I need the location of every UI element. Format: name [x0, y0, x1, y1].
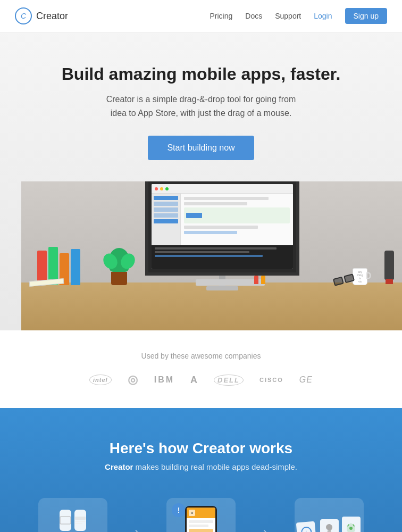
how-title: Here's how Creator works: [21, 440, 381, 457]
logo[interactable]: C Creator: [15, 7, 68, 24]
step-export: i ionic IPA: [278, 498, 381, 532]
logo-adobe: A: [190, 375, 198, 386]
login-link[interactable]: Login: [314, 12, 332, 20]
step3-icon: i ionic IPA: [295, 498, 364, 532]
water-bottle: [384, 251, 394, 285]
arrow-2: ›: [263, 525, 267, 532]
logo-ge: GE: [299, 375, 313, 385]
hero-subtitle: Creator is a simple drag-&-drop tool for…: [95, 93, 307, 120]
navbar: C Creator Pricing Docs Support Login Sig…: [0, 0, 402, 32]
step1-icon: ↗: [38, 498, 107, 532]
logo-letter: C: [21, 12, 26, 20]
desk-plant: [109, 248, 129, 285]
logo-dell: DELL: [214, 375, 244, 386]
hero-section: Build amazing mobile apps, faster. Creat…: [0, 32, 402, 330]
hero-cta-button[interactable]: Start building now: [148, 136, 254, 160]
how-subtitle: Creator makes building real mobile apps …: [21, 462, 381, 471]
lego-figures: [254, 276, 265, 284]
companies-heading: Used by these awesome companies: [11, 352, 391, 360]
svg-point-8: [349, 527, 353, 530]
step2-icon: ≡ ! ? ↩: [166, 498, 236, 532]
logo-name: Creator: [36, 11, 68, 22]
svg-rect-3: [75, 523, 82, 524]
companies-section: Used by these awesome companies intel ◎ …: [0, 330, 402, 408]
nav-links: Pricing Docs Support Login Sign up: [210, 8, 388, 24]
how-steps: ↗ Drag and drop components Visually buil…: [21, 498, 381, 532]
desk-mug: anythingisvis: [353, 268, 367, 285]
nav-pricing[interactable]: Pricing: [210, 12, 233, 20]
logo-cisco: CISCO: [259, 377, 283, 383]
signup-button[interactable]: Sign up: [345, 8, 387, 24]
step-drag-drop: ↗ Drag and drop components Visually buil…: [21, 498, 124, 532]
logo-icon: C: [15, 7, 32, 24]
svg-rect-2: [75, 521, 86, 522]
companies-logos: intel ◎ IBM A DELL CISCO GE: [11, 373, 391, 387]
desktop-monitor: [145, 181, 299, 290]
hero-title: Build amazing mobile apps, faster.: [21, 64, 381, 84]
step-preview: ≡ ! ? ↩: [149, 498, 252, 532]
hero-desk-image: anythingisvis: [21, 181, 402, 330]
how-section: Here's how Creator works Creator makes b…: [0, 408, 402, 532]
sunglasses: [333, 276, 354, 284]
svg-rect-0: [60, 517, 71, 524]
logo-ibm: IBM: [154, 375, 174, 385]
nav-docs[interactable]: Docs: [245, 12, 262, 20]
notebook: [29, 280, 64, 285]
logo-target: ◎: [128, 373, 138, 387]
svg-rect-1: [75, 517, 86, 520]
how-brand: Creator: [105, 462, 133, 471]
logo-intel: intel: [89, 375, 112, 385]
nav-support[interactable]: Support: [275, 12, 301, 20]
arrow-1: ›: [135, 525, 139, 532]
